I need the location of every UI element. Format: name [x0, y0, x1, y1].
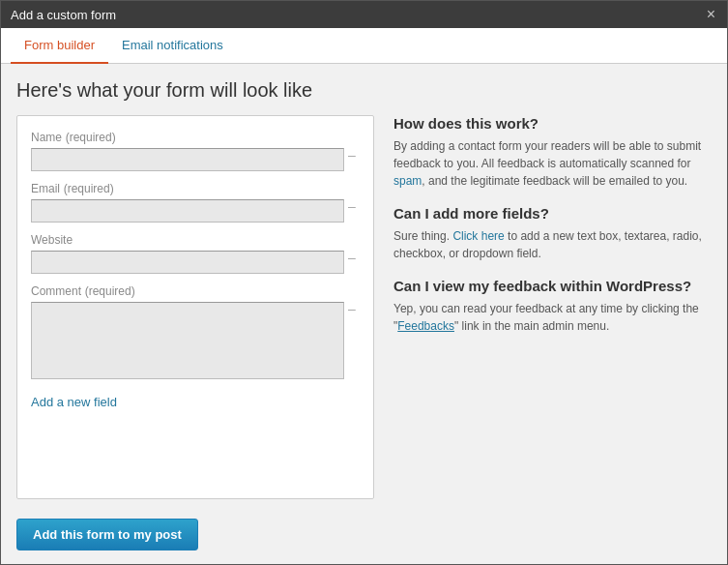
- field-input-email[interactable]: [31, 199, 344, 223]
- field-input-name[interactable]: [31, 148, 344, 171]
- dialog-title: Add a custom form: [11, 8, 116, 22]
- dialog-body: Here's what your form will look like Nam…: [1, 64, 727, 509]
- help-title-3: Can I view my feedback within WordPress?: [393, 278, 712, 294]
- help-section-how-it-works: How does this work? By adding a contact …: [393, 115, 712, 190]
- help-text-3: Yep, you can read your feedback at any t…: [393, 300, 712, 335]
- field-content-website: Website: [31, 232, 344, 274]
- help-section-view-feedback: Can I view my feedback within WordPress?…: [393, 278, 712, 335]
- help-title-2: Can I add more fields?: [393, 205, 712, 222]
- help-section-more-fields: Can I add more fields? Sure thing. Click…: [393, 205, 712, 262]
- click-here-link[interactable]: Click here: [452, 229, 504, 243]
- add-new-field-link[interactable]: Add a new field: [31, 395, 360, 409]
- form-preview: Name (required) – Email (required): [16, 115, 374, 499]
- field-handle-email: –: [344, 181, 360, 214]
- field-input-website[interactable]: [31, 251, 344, 274]
- dialog-titlebar: Add a custom form ×: [1, 1, 727, 28]
- field-row-name: Name (required) –: [31, 130, 360, 171]
- spam-link[interactable]: spam: [393, 174, 422, 188]
- field-content-name: Name (required): [31, 130, 344, 171]
- field-row-comment: Comment (required) –: [31, 283, 360, 379]
- field-handle-website: –: [344, 232, 360, 265]
- help-text-2: Sure thing. Click here to add a new text…: [393, 227, 712, 262]
- tab-form-builder[interactable]: Form builder: [11, 28, 108, 64]
- field-row-website: Website –: [31, 232, 360, 274]
- close-button[interactable]: ×: [705, 7, 717, 22]
- add-form-button[interactable]: Add this form to my post: [16, 519, 198, 550]
- section-title: Here's what your form will look like: [16, 79, 712, 102]
- field-label-name: Name (required): [31, 130, 344, 144]
- main-content: Name (required) – Email (required): [16, 115, 712, 499]
- field-label-comment: Comment (required): [31, 283, 344, 298]
- tabs-bar: Form builder Email notifications: [1, 28, 727, 64]
- field-handle-name: –: [344, 130, 360, 163]
- field-label-website: Website: [31, 232, 344, 247]
- tab-email-notifications[interactable]: Email notifications: [108, 28, 237, 64]
- field-content-email: Email (required): [31, 181, 344, 223]
- feedbacks-link[interactable]: Feedbacks: [397, 319, 454, 333]
- field-row-email: Email (required) –: [31, 181, 360, 223]
- help-panel: How does this work? By adding a contact …: [393, 115, 712, 499]
- field-content-comment: Comment (required): [31, 283, 344, 379]
- field-input-comment[interactable]: [31, 302, 344, 379]
- dialog-footer: Add this form to my post: [1, 509, 727, 564]
- field-handle-comment: –: [344, 283, 360, 316]
- help-title-1: How does this work?: [393, 115, 712, 132]
- field-label-email: Email (required): [31, 181, 344, 195]
- add-custom-form-dialog: Add a custom form × Form builder Email n…: [0, 0, 728, 565]
- help-text-1: By adding a contact form your readers wi…: [393, 137, 712, 190]
